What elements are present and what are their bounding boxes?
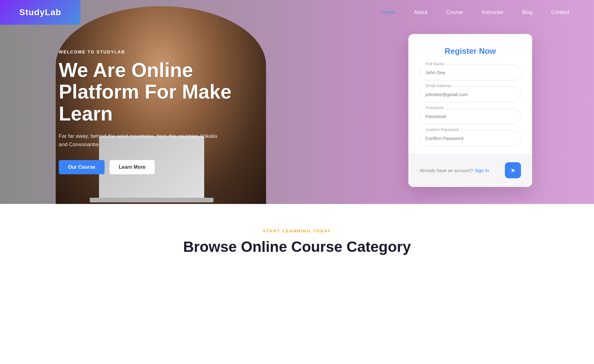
confirm-password-label: Confirm Password bbox=[424, 127, 460, 132]
nav-item-course[interactable]: Course bbox=[446, 9, 463, 15]
nav-item-contact[interactable]: Contact bbox=[551, 9, 569, 15]
nav-item-blog[interactable]: Blog bbox=[522, 9, 532, 15]
section-title: Browse Online Course Category bbox=[0, 238, 594, 255]
nav-logo[interactable]: StudyLab bbox=[0, 0, 80, 25]
password-input[interactable] bbox=[420, 108, 521, 124]
register-card: Register Now Full Name Email Address Pas… bbox=[408, 34, 532, 187]
our-course-button[interactable]: Our Course bbox=[59, 160, 105, 174]
signin-prompt: Already have an account? Sign In bbox=[420, 168, 489, 173]
email-group: Email Address bbox=[420, 87, 521, 102]
nav-item-home[interactable]: Home bbox=[381, 9, 395, 15]
nav-links: Home About Course Instructor Blog Contac… bbox=[381, 9, 594, 15]
password-group: Password bbox=[420, 108, 521, 124]
hero-buttons: Our Course Learn More bbox=[59, 160, 269, 174]
password-label: Password bbox=[424, 105, 445, 110]
full-name-label: Full Name bbox=[424, 61, 445, 66]
signin-prompt-text: Already have an account? bbox=[420, 168, 473, 173]
register-title: Register Now bbox=[420, 46, 521, 56]
nav-item-instructor[interactable]: Instructor bbox=[482, 9, 504, 15]
confirm-password-group: Confirm Password bbox=[420, 130, 521, 146]
signin-link[interactable]: Sign In bbox=[475, 168, 489, 173]
hero-description: Far far away, behind the word mountains,… bbox=[59, 132, 220, 149]
register-footer: Already have an account? Sign In ➤ bbox=[408, 154, 532, 187]
email-label: Email Address bbox=[424, 83, 453, 88]
logo-text: StudyLab bbox=[19, 7, 61, 17]
full-name-group: Full Name bbox=[420, 65, 521, 80]
navbar: StudyLab Home About Course Instructor Bl… bbox=[0, 0, 594, 25]
nav-item-about[interactable]: About bbox=[414, 9, 427, 15]
register-submit-button[interactable]: ➤ bbox=[505, 162, 521, 178]
email-input[interactable] bbox=[420, 87, 521, 102]
section-tag: START LEARNING TODAY bbox=[0, 229, 594, 233]
hero-title: We Are Online Platform For Make Learn bbox=[59, 59, 269, 125]
learn-more-button[interactable]: Learn More bbox=[110, 160, 155, 174]
submit-icon: ➤ bbox=[510, 167, 516, 174]
confirm-password-input[interactable] bbox=[420, 130, 521, 146]
hero-section: WELCOME TO STUDYLAB We Are Online Platfo… bbox=[0, 0, 594, 204]
hero-text-block: WELCOME TO STUDYLAB We Are Online Platfo… bbox=[59, 49, 269, 174]
full-name-input[interactable] bbox=[420, 65, 521, 80]
hero-subtitle: WELCOME TO STUDYLAB bbox=[59, 49, 269, 54]
browse-section: START LEARNING TODAY Browse Online Cours… bbox=[0, 204, 594, 268]
